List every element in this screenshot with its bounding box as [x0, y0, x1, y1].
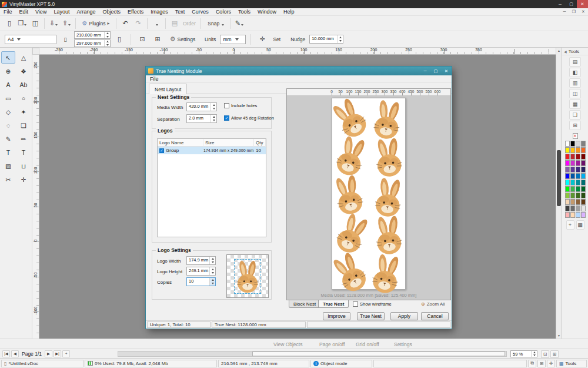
clipart-panel-icon[interactable]: ❏: [569, 110, 581, 120]
nudge-field[interactable]: 10.000 mm: [309, 35, 343, 44]
nest-media-strip[interactable]: [332, 98, 406, 290]
menu-objects[interactable]: Objects: [99, 8, 124, 16]
allow-rotation-box[interactable]: ✓: [224, 115, 229, 121]
grid-toggle-button[interactable]: ⊞: [537, 360, 546, 367]
color-swatch[interactable]: [570, 180, 575, 185]
dialog-menu-file[interactable]: File: [146, 76, 163, 82]
color-swatch[interactable]: [570, 141, 575, 147]
separation-stepper[interactable]: [211, 115, 216, 122]
separation-field[interactable]: 2.0 mm: [186, 114, 217, 123]
color-swatch[interactable]: [570, 173, 575, 179]
logo-width-field[interactable]: 174.9 mm: [186, 256, 216, 265]
export-button[interactable]: ⇧: [61, 18, 72, 29]
cancel-button[interactable]: Cancel: [421, 312, 449, 320]
shapes-tool[interactable]: ❏: [16, 119, 31, 131]
logos-list[interactable]: Logo Name Size Qty ✓ Group 174.934 mm x …: [157, 138, 266, 237]
dialog-title-bar[interactable]: True Nesting Module ─ ▢ ✕: [146, 67, 452, 75]
zoom-stepper[interactable]: [531, 351, 537, 357]
color-swatch[interactable]: [565, 193, 570, 198]
page-onoff-button[interactable]: Page on/off: [319, 342, 345, 347]
crosshair-toggle-button[interactable]: ✛: [547, 360, 555, 367]
menu-text[interactable]: Text: [172, 8, 189, 16]
grid-view-button[interactable]: ⊞: [550, 350, 559, 358]
color-swatch[interactable]: [581, 154, 586, 160]
eraser-tool[interactable]: ▨: [1, 160, 15, 172]
copies-field[interactable]: 10: [186, 277, 216, 286]
tab-block-nest[interactable]: Block Nest: [289, 300, 320, 308]
color-swatch[interactable]: [570, 186, 575, 192]
color-swatch[interactable]: [565, 160, 570, 166]
color-swatch[interactable]: [581, 205, 586, 211]
logo-row-checkbox[interactable]: ✓: [159, 148, 164, 153]
menu-effects[interactable]: Effects: [124, 8, 147, 16]
pen-style-dropdown[interactable]: ✎: [233, 18, 245, 29]
doc-minimize-button[interactable]: ─: [560, 9, 569, 14]
include-holes-checkbox[interactable]: Include holes: [224, 103, 257, 108]
color-swatch[interactable]: [570, 160, 575, 166]
grid-onoff-button[interactable]: Grid on/off: [356, 342, 379, 347]
apply-button[interactable]: Apply: [390, 312, 418, 320]
color-swatch[interactable]: [581, 173, 586, 179]
color-swatch[interactable]: [576, 212, 580, 218]
horizontal-scroll-thumb[interactable]: [252, 352, 505, 356]
color-swatch[interactable]: [565, 167, 570, 173]
grid-panel-icon[interactable]: ▦: [569, 100, 581, 109]
color-swatch[interactable]: [565, 141, 570, 147]
star-tool[interactable]: ✦: [16, 105, 31, 118]
overlap-view-button[interactable]: ⧉: [528, 360, 536, 367]
menu-arrange[interactable]: Arrange: [73, 8, 99, 16]
redo-button[interactable]: ↷: [132, 18, 144, 29]
page-width-stepper[interactable]: [104, 32, 110, 38]
doc-restore-button[interactable]: ❐: [569, 9, 579, 14]
color-swatch[interactable]: [581, 160, 586, 166]
fit-page-button[interactable]: ⊡: [136, 34, 148, 45]
include-holes-box[interactable]: [224, 103, 229, 108]
logo-preview-thumbnail[interactable]: [226, 254, 269, 298]
text-tool[interactable]: A: [1, 78, 15, 91]
color-swatch[interactable]: [581, 193, 586, 198]
allow-rotation-checkbox[interactable]: ✓ Allow 45 deg Rotation: [224, 115, 274, 121]
menu-tools[interactable]: Tools: [235, 8, 254, 16]
menu-file[interactable]: File: [0, 8, 16, 16]
nested-logo[interactable]: [372, 136, 406, 178]
color-swatch[interactable]: [576, 167, 580, 173]
vertical-scroll-thumb[interactable]: [557, 150, 561, 206]
color-swatch[interactable]: [581, 147, 586, 153]
color-swatch[interactable]: [565, 212, 570, 218]
units-combo[interactable]: mm: [220, 35, 246, 44]
color-swatch[interactable]: [565, 154, 570, 160]
zoom-all-button[interactable]: ⊕ Zoom All: [421, 301, 445, 307]
knife-tool[interactable]: ✂: [1, 173, 15, 185]
tool-options-dropdown[interactable]: [151, 18, 162, 29]
objects-panel-icon[interactable]: ◫: [569, 89, 581, 98]
copies-stepper[interactable]: [209, 278, 215, 286]
media-width-stepper[interactable]: [211, 103, 216, 111]
dialog-minimize-button[interactable]: ─: [420, 67, 430, 75]
page-settings-button[interactable]: ⚙ Settings: [167, 34, 200, 45]
pages-panel-icon[interactable]: ▤: [569, 57, 581, 67]
type-effects-tool[interactable]: T: [16, 146, 31, 158]
add-color-button[interactable]: +: [566, 220, 574, 230]
horizontal-ruler[interactable]: -250-200-150-100-50050100150200250300350: [39, 48, 556, 55]
first-page-button[interactable]: |◀: [2, 350, 10, 357]
pencil-tool[interactable]: ✏: [16, 132, 31, 145]
color-swatch[interactable]: [570, 212, 575, 218]
ellipse-tool[interactable]: ○: [16, 92, 31, 104]
crosshair-tool[interactable]: ✛: [16, 173, 31, 185]
color-swatch[interactable]: [581, 167, 586, 173]
color-swatch[interactable]: [576, 199, 580, 205]
import-button[interactable]: ⇩: [48, 18, 59, 29]
swatches-panel-icon[interactable]: ▥: [569, 78, 581, 88]
menu-edit[interactable]: Edit: [16, 8, 32, 16]
logos-list-row[interactable]: ✓ Group 174.934 mm x 249.000 mm 10: [158, 147, 266, 154]
color-swatch[interactable]: [570, 205, 575, 211]
show-wireframe-checkbox[interactable]: Show wireframe: [353, 301, 392, 307]
logo-height-field[interactable]: 249.1 mm: [186, 267, 216, 276]
portrait-button[interactable]: ▯: [113, 34, 125, 45]
menu-images[interactable]: Images: [147, 8, 172, 16]
improve-button[interactable]: Improve: [323, 312, 350, 320]
plugins-button[interactable]: ⚙ Plugins ▸: [79, 18, 113, 29]
close-button[interactable]: ✕: [577, 0, 588, 8]
page-width-field[interactable]: 210.000 mm: [74, 31, 111, 39]
col-logo-name[interactable]: Logo Name: [158, 139, 203, 147]
